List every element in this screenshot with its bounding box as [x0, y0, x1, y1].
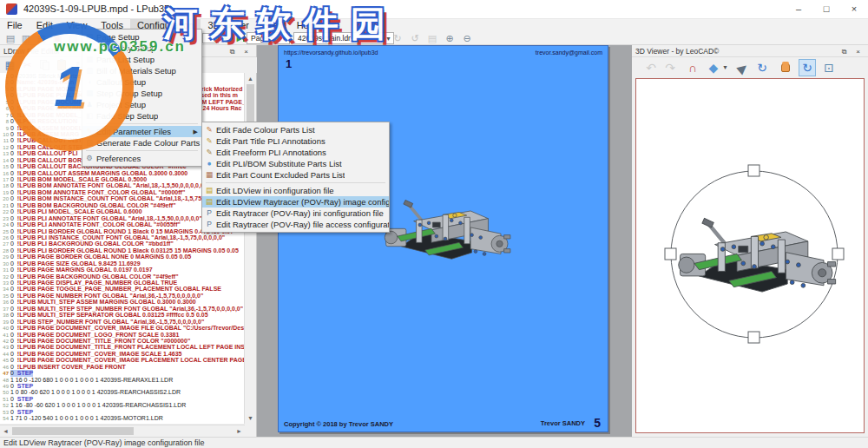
float-dock-icon[interactable]: ⧉	[839, 47, 849, 56]
zoom-region-icon[interactable]: ⊡	[820, 59, 838, 76]
instruction-page[interactable]: https://trevorsandy.github.io/lpub3d tre…	[278, 45, 608, 432]
editor-line[interactable]: 460 !LPUB INSERT COVER_PAGE FRONT	[0, 364, 245, 370]
scroll-right-icon[interactable]: ►	[233, 425, 245, 437]
save-file-icon[interactable]: ▥	[19, 32, 33, 44]
model-render[interactable]	[667, 214, 841, 320]
rotate-icon[interactable]: ↻	[753, 59, 771, 76]
cut-icon[interactable]: ✂	[20, 58, 35, 72]
menu-item-step-group-setup[interactable]: ▦Step Group Setup	[82, 88, 201, 99]
print-icon[interactable]: ▦	[35, 32, 49, 44]
page-select[interactable]: Page 5 ▼	[247, 32, 290, 44]
close-dock-icon[interactable]: ×	[241, 47, 251, 56]
editor-line[interactable]: 410 !LPUB PAGE DOCUMENT_LOGO_FRONT SCALE…	[0, 332, 245, 338]
menu-item-generate-fade-colour-parts-list[interactable]: ▨Generate Fade Colour Parts List	[82, 137, 201, 148]
zoom-in-icon[interactable]: ⊕	[443, 32, 457, 44]
editor-line[interactable]: 260 !LPUB PLI INSTANCE_COUNT FONT GLOBAL…	[0, 234, 245, 240]
menubar-item-edit[interactable]: Edit	[30, 19, 60, 31]
menu-item-edit-raytracer-pov-ray-ini-configuration-file[interactable]: PEdit Raytracer (POV-Ray) ini configurat…	[202, 208, 389, 219]
scroll-up-icon[interactable]: ▲	[245, 73, 256, 84]
editor-line[interactable]: 530 STEP	[0, 409, 245, 415]
menubar-item-step[interactable]: Step	[256, 19, 290, 31]
menubar-item-3dviewer[interactable]: 3DViewer	[201, 19, 256, 31]
scroll-left-icon[interactable]: ◄	[0, 425, 11, 437]
editor-line[interactable]: 290 !LPUB PAGE BORDER GLOBAL NONE 0 MARG…	[0, 254, 245, 260]
editor-line[interactable]: 390 !LPUB STEP_NUMBER FONT GLOBAL "Arial…	[0, 319, 245, 325]
editor-line[interactable]: 340 !LPUB PAGE TOGGLE_PAGE_NUMBER_PLACEM…	[0, 286, 245, 292]
menubar-item-help[interactable]: Help	[290, 19, 324, 31]
editor-line[interactable]: 490 STEP	[0, 383, 245, 389]
redraw-icon[interactable]: ↻	[391, 32, 404, 44]
editor-line[interactable]: 270 !LPUB PLI BACKGROUND GLOBAL COLOR "#…	[0, 240, 245, 247]
open-file-icon[interactable]: ▤	[3, 32, 17, 44]
undo-icon[interactable]: ↶	[642, 59, 660, 76]
editor-line[interactable]: 380 !LPUB MULTI_STEP SEPARATOR GLOBAL 0.…	[0, 312, 245, 318]
close-button[interactable]: ×	[840, 0, 868, 18]
next-page-button[interactable]: ►	[220, 32, 233, 44]
editor-line[interactable]: 300 !LPUB PAGE SIZE GLOBAL 9.8425 11.692…	[0, 260, 245, 267]
select-icon[interactable]: ▶	[730, 56, 754, 80]
submodel-select[interactable]: 42039s-main.ldr ▼	[293, 32, 394, 44]
page-graphics-view[interactable]: https://trevorsandy.github.io/lpub3d tre…	[257, 45, 632, 437]
scrollbar-thumb[interactable]	[12, 427, 134, 435]
menu-item-page-setup[interactable]: ▤Page Setup	[82, 31, 201, 43]
ldraw-editor-icon[interactable]: ▦	[3, 58, 17, 72]
menu-item-edit-part-count-excluded-parts-list[interactable]: ▦Edit Part Count Excluded Parts List	[202, 169, 389, 181]
editor-line[interactable]: 350 !LPUB PAGE NUMBER FONT GLOBAL "Arial…	[0, 293, 245, 299]
menu-item-edit-ldview-ini-configuration-file[interactable]: ▤Edit LDView ini configuration file	[202, 185, 389, 196]
editor-line[interactable]: 370 !LPUB MULTI_STEP STEP_NUMBER FONT GL…	[0, 306, 245, 312]
menubar-item-file[interactable]: File	[0, 19, 30, 31]
goto-page-input[interactable]	[202, 33, 219, 43]
editor-line[interactable]: 510 STEP	[0, 396, 245, 402]
editor-line[interactable]: 481 16 0 -120 680 1 0 0 0 1 0 0 0 1 4203…	[0, 377, 245, 383]
menu-item-edit-pli-bom-substitute-parts-list[interactable]: ●Edit PLI/BOM Substitute Parts List	[202, 158, 389, 169]
last-page-button[interactable]: ►	[233, 32, 246, 44]
scroll-down-icon[interactable]: ▼	[245, 412, 256, 424]
menu-item-bill-of-materials-setup[interactable]: ▥Bill of Materials Setup	[82, 65, 201, 76]
close-dock-icon[interactable]: ×	[853, 47, 863, 56]
export-pdf-icon[interactable]: ▣	[50, 32, 64, 44]
minimize-button[interactable]: –	[785, 0, 812, 18]
relative-translation-icon[interactable]: ∩	[684, 59, 701, 76]
menu-item-edit-ldview-raytracer-pov-ray-image-configuration-file[interactable]: ▤Edit LDView Raytracer (POV-Ray) image c…	[202, 196, 389, 208]
menu-item-preferences[interactable]: ⚙Preferences	[82, 153, 201, 164]
editor-line[interactable]: 521 16 -80 -60 620 1 0 0 0 1 0 0 0 1 420…	[0, 402, 245, 408]
editor-dock-title: LDraw File Editor	[3, 47, 60, 56]
editor-line[interactable]: 310 !LPUB PAGE MARGINS GLOBAL 0.0197 0.0…	[0, 267, 245, 273]
editor-horizontal-scrollbar[interactable]: ◄ ►	[0, 425, 245, 436]
redo-icon[interactable]: ↷	[661, 59, 679, 76]
editor-line[interactable]: 400 !LPUB PAGE DOCUMENT_COVER_IMAGE FILE…	[0, 325, 245, 331]
editor-line[interactable]: 360 !LPUB MULTI_STEP ASSEM MARGINS GLOBA…	[0, 299, 245, 305]
menu-item-edit-freeform-pli-annotations[interactable]: ✎Edit Freeform PLI Annotations	[202, 147, 389, 158]
scrollbar-thumb[interactable]	[247, 84, 254, 122]
viewer-viewport[interactable]	[635, 78, 865, 433]
menu-item-fade-step-setup[interactable]: ◧Fade Step Setup	[82, 110, 201, 122]
editor-line[interactable]: 330 !LPUB PAGE DISPLAY_PAGE_NUMBER GLOBA…	[0, 280, 245, 286]
editor-line[interactable]: 420 !LPUB PAGE DOCUMENT_TITLE_FRONT COLO…	[0, 338, 245, 344]
menu-item-assembly-setup[interactable]: ▣Assembly Setup	[82, 43, 201, 54]
menu-item-edit-parameter-files[interactable]: ✎Edit Parameter Files▶	[82, 126, 201, 137]
menu-item-project-setup[interactable]: ♟Project Setup	[82, 99, 201, 110]
menu-item-callout-setup[interactable]: ◖Callout Setup	[82, 76, 201, 88]
editor-line[interactable]: 470 STEP	[0, 370, 245, 376]
chevron-down-icon[interactable]: ▼	[722, 64, 728, 70]
editor-line[interactable]: 280 !LPUB PLI BORDER GLOBAL ROUND 1 Blac…	[0, 247, 245, 254]
editor-line[interactable]: 430 !LPUB PAGE DOCUMENT_TITLE_FRONT PLAC…	[0, 344, 245, 350]
update-icon[interactable]: ↺	[408, 32, 422, 44]
export-image-icon[interactable]: ▧	[66, 32, 80, 44]
menu-item-edit-raytracer-pov-ray-file-access-configuration-file[interactable]: PEdit Raytracer (POV-Ray) file access co…	[202, 219, 389, 230]
model-render[interactable]	[376, 197, 515, 283]
rotate-view-icon[interactable]: ↻	[799, 59, 816, 76]
editor-line[interactable]: 541 71 0 -120 540 1 0 0 0 1 0 0 0 1 4203…	[0, 415, 245, 421]
menu-item-parts-list-setup[interactable]: ▦Parts List Setup	[82, 54, 201, 65]
zoom-out-icon[interactable]: ⊖	[460, 32, 474, 44]
editor-line[interactable]: 450 !LPUB PAGE DOCUMENT_COVER_IMAGE PLAC…	[0, 357, 245, 363]
maximize-button[interactable]: □	[812, 0, 840, 18]
editor-line[interactable]: 440 !LPUB PAGE DOCUMENT_COVER_IMAGE SCAL…	[0, 351, 245, 357]
editor-line[interactable]: 501 0 80 -60 620 1 0 0 0 1 0 0 0 1 42039…	[0, 389, 245, 395]
export-page-icon[interactable]: ▤	[425, 32, 439, 44]
menu-item-edit-part-title-pli-annotations[interactable]: ✎Edit Part Title PLI Annotations	[202, 135, 389, 147]
pieces-icon[interactable]: ◆	[705, 59, 722, 76]
float-dock-icon[interactable]: ⧉	[227, 47, 237, 56]
menu-item-edit-fade-colour-parts-list[interactable]: ✎Edit Fade Colour Parts List	[202, 124, 389, 135]
editor-line[interactable]: 320 !LPUB PAGE BACKGROUND GLOBAL COLOR "…	[0, 273, 245, 280]
